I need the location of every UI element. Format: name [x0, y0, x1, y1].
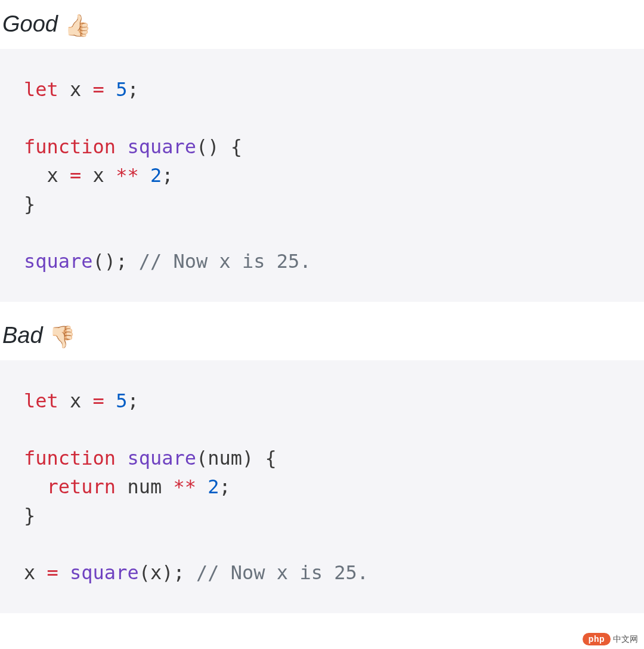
bad-text: Bad	[2, 323, 43, 348]
code-token: =	[93, 78, 104, 101]
good-text: Good	[2, 11, 58, 36]
code-token: (x);	[139, 561, 196, 584]
code-token: **	[116, 164, 139, 187]
code-token: x	[58, 390, 93, 412]
code-token: x	[81, 164, 116, 187]
code-token: }	[24, 193, 35, 215]
code-token: let	[24, 390, 58, 412]
thumbs-up-icon: 👍🏻	[64, 13, 91, 38]
code-token	[116, 447, 127, 469]
code-token	[58, 561, 70, 584]
code-token: function	[24, 135, 116, 158]
code-comment: // Now x is 25.	[196, 561, 369, 584]
code-token: x	[24, 164, 70, 187]
code-token	[116, 135, 127, 158]
code-token: square	[127, 447, 196, 469]
code-token: return	[47, 475, 116, 498]
code-token	[24, 475, 47, 498]
bad-code-block: let x = 5; function square(num) { return…	[0, 360, 644, 613]
code-token: function	[24, 447, 116, 469]
code-comment: // Now x is 25.	[139, 250, 311, 273]
good-label: Good 👍🏻	[0, 0, 644, 49]
code-token: (num) {	[196, 447, 277, 469]
code-token: square	[70, 561, 139, 584]
code-token: 2	[150, 164, 162, 187]
thumbs-down-icon: 👎🏻	[49, 324, 76, 349]
code-token: x	[24, 561, 47, 584]
code-token: 5	[116, 78, 127, 101]
code-token	[196, 475, 208, 498]
code-token: ;	[127, 390, 138, 412]
code-token: =	[93, 390, 104, 412]
code-token: let	[24, 78, 58, 101]
code-token: ;	[219, 475, 231, 498]
code-token: square	[127, 135, 196, 158]
bad-label: Bad 👎🏻	[0, 302, 644, 360]
code-token: }	[24, 504, 35, 527]
code-token: 2	[208, 475, 219, 498]
code-token: =	[47, 561, 58, 584]
code-token	[104, 390, 116, 412]
code-token: **	[173, 475, 196, 498]
code-token: ;	[127, 78, 138, 101]
code-token: square	[24, 250, 93, 273]
code-token: num	[116, 475, 173, 498]
code-token: 5	[116, 390, 127, 412]
code-token: =	[70, 164, 81, 187]
code-token: x	[58, 78, 93, 101]
code-token: () {	[196, 135, 242, 158]
code-token	[104, 78, 116, 101]
code-token: ();	[93, 250, 139, 273]
good-code-block: let x = 5; function square() { x = x ** …	[0, 49, 644, 302]
code-token	[139, 164, 150, 187]
code-token: ;	[162, 164, 173, 187]
